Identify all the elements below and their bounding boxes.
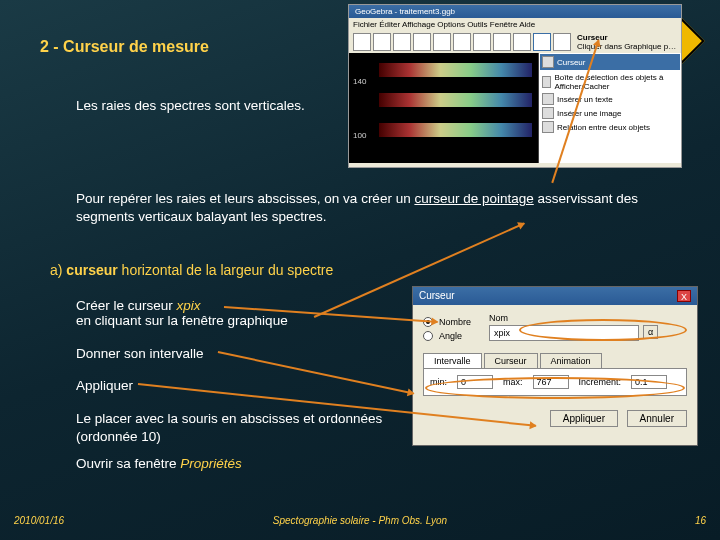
spectrum-band (379, 123, 532, 137)
axis-100: 100 (353, 131, 366, 140)
s5-a: Ouvrir sa fenêtre (76, 456, 180, 471)
s5-b: Propriétés (180, 456, 242, 471)
dialog-title: Curseur (419, 290, 455, 302)
close-icon[interactable]: X (677, 290, 691, 302)
subheading-a: a) curseur horizontal de la largeur du s… (50, 262, 333, 278)
radio-off-icon (423, 331, 433, 341)
apply-button[interactable]: Appliquer (550, 410, 618, 427)
graph-area[interactable]: 140 100 (349, 53, 539, 163)
highlight-ellipse-intervalle (425, 377, 685, 399)
footer-date: 2010/01/16 (14, 515, 64, 526)
tool-head2: Cliquer dans Graphique p… (577, 42, 676, 51)
relation-icon (542, 121, 554, 133)
tool-head1: Curseur (577, 33, 608, 42)
s1-b: xpix (177, 298, 201, 313)
menu-bar[interactable]: Fichier Éditer Affichage Options Outils … (349, 18, 681, 31)
paragraph-1: Les raies des spectres sont verticales. (76, 98, 316, 113)
checkbox-icon (542, 76, 551, 88)
s1-c: en cliquant sur la fenêtre graphique (76, 313, 288, 328)
lbl: Nombre (439, 317, 471, 327)
radio-nombre[interactable]: Nombre (423, 317, 471, 327)
spectrum-band (379, 63, 532, 77)
step-1: Créer le curseur xpix en cliquant sur la… (76, 298, 288, 328)
lbl: Insérer un texte (557, 95, 613, 104)
geogebra-window: GeoGebra - traitement3.ggb Fichier Édite… (348, 4, 682, 168)
tool-btn-slider[interactable] (533, 33, 551, 51)
tool-btn[interactable] (453, 33, 471, 51)
axis-140: 140 (353, 77, 366, 86)
tab-curseur[interactable]: Curseur (484, 353, 538, 368)
p2-a: Pour repérer les raies et leurs abscisse… (76, 191, 414, 206)
section-heading: 2 - Curseur de mesure (40, 38, 209, 56)
dialog-buttons: Appliquer Annuler (413, 404, 697, 433)
footer-center: Spectographie solaire - Phm Obs. Lyon (273, 515, 447, 526)
lbl: Curseur (557, 58, 585, 67)
menu-item-texte[interactable]: Insérer un texte (542, 92, 678, 106)
radio-angle[interactable]: Angle (423, 331, 471, 341)
step-4: Le placer avec la souris en abscisses et… (76, 410, 396, 445)
tool-btn[interactable] (393, 33, 411, 51)
p2-b: curseur de pointage (414, 191, 533, 206)
lbl: Insérer une image (557, 109, 621, 118)
tab-intervalle[interactable]: Intervalle (423, 353, 482, 368)
tool-btn[interactable] (473, 33, 491, 51)
lbl: Angle (439, 331, 462, 341)
tool-dropdown: Curseur Boîte de sélection des objets à … (539, 53, 681, 163)
tab-animation[interactable]: Animation (540, 353, 602, 368)
step-5: Ouvrir sa fenêtre Propriétés (76, 456, 242, 471)
cancel-button[interactable]: Annuler (627, 410, 687, 427)
tool-btn[interactable] (373, 33, 391, 51)
tool-btn[interactable] (353, 33, 371, 51)
tool-label: Curseur Cliquer dans Graphique p… (577, 33, 676, 51)
paragraph-2: Pour repérer les raies et leurs abscisse… (76, 190, 676, 225)
step-3: Appliquer (76, 378, 133, 393)
menu-item-boite[interactable]: Boîte de sélection des objets à Afficher… (542, 72, 678, 92)
sub-a: a) (50, 262, 66, 278)
slider-icon (542, 56, 554, 68)
arrow-intervalle (218, 351, 414, 394)
dialog-title-bar: Curseur X (413, 287, 697, 305)
curseur-dialog: Curseur X Nombre Angle Nom xpix α Interv… (412, 286, 698, 446)
tool-btn[interactable] (413, 33, 431, 51)
dialog-tabs: Intervalle Curseur Animation (423, 353, 687, 368)
s1-a: Créer le curseur (76, 298, 177, 313)
spectrum-band (379, 93, 532, 107)
highlight-ellipse-nom (519, 319, 687, 341)
text-icon (542, 93, 554, 105)
window-title: GeoGebra - traitement3.ggb (349, 5, 681, 18)
sub-b: curseur (66, 262, 117, 278)
toolbar[interactable]: Curseur Cliquer dans Graphique p… (349, 31, 681, 53)
menu-item-curseur[interactable]: Curseur (540, 54, 680, 70)
menu-item-image[interactable]: Insérer une image (542, 106, 678, 120)
step-2: Donner son intervalle (76, 346, 204, 361)
image-icon (542, 107, 554, 119)
menu-item-relation[interactable]: Relation entre deux objets (542, 120, 678, 134)
tool-btn[interactable] (433, 33, 451, 51)
lbl: Boîte de sélection des objets à Afficher… (554, 73, 678, 91)
tool-btn[interactable] (513, 33, 531, 51)
sub-c: horizontal de la largeur du spectre (118, 262, 334, 278)
window-body: 140 100 Curseur Boîte de sélection des o… (349, 53, 681, 163)
footer-page: 16 (695, 515, 706, 526)
tool-btn[interactable] (493, 33, 511, 51)
tool-btn[interactable] (553, 33, 571, 51)
